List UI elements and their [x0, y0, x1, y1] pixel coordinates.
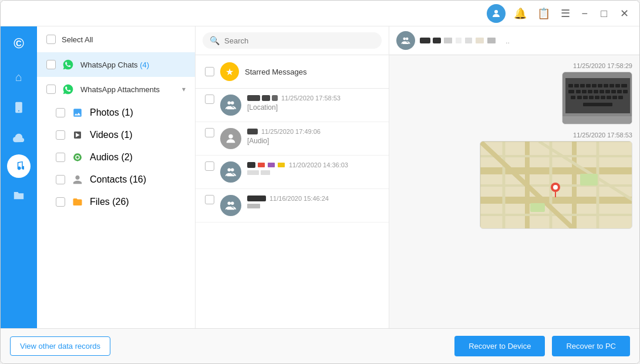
sidebar-item-music[interactable]	[7, 154, 31, 178]
preview-msg-2: 11/25/2020 17:58:53	[396, 132, 632, 229]
svg-rect-59	[530, 203, 545, 212]
category-whatsapp-attachments[interactable]: WhatsApp Attachments ▾	[37, 77, 195, 102]
svg-rect-37	[589, 96, 594, 99]
contacts-checkbox[interactable]	[56, 175, 65, 184]
svg-rect-20	[604, 84, 608, 87]
preview-avatar	[396, 31, 415, 50]
photos-checkbox[interactable]	[56, 108, 65, 117]
expand-arrow-icon[interactable]: ▾	[182, 85, 186, 93]
category-whatsapp-chats[interactable]: WhatsApp Chats (4)	[37, 52, 195, 77]
svg-point-61	[553, 185, 558, 190]
preview-panel: .. 11/25/2020 17:58:29	[389, 26, 639, 328]
title-bar: 🔔 📋 ☰ − □ ✕	[1, 1, 639, 26]
svg-rect-18	[592, 84, 597, 87]
videos-label: Videos (1)	[90, 130, 133, 140]
user-avatar-icon[interactable]	[487, 4, 506, 23]
sub-item-photos[interactable]: Photos (1)	[56, 102, 195, 124]
chat-4-checkbox[interactable]	[205, 195, 214, 204]
audios-checkbox[interactable]	[56, 153, 65, 162]
chat-3-avatar	[220, 161, 241, 183]
files-checkbox[interactable]	[56, 197, 65, 207]
chat-4-name-blocks	[247, 196, 266, 201]
svg-rect-36	[583, 96, 588, 99]
svg-rect-25	[576, 90, 581, 93]
minimize-button[interactable]: −	[578, 8, 592, 19]
svg-rect-58	[580, 174, 598, 186]
chat-2-time: 11/25/2020 17:49:06	[261, 128, 321, 135]
search-input[interactable]	[224, 36, 375, 45]
chat-item[interactable]: 11/25/2020 17:49:06 [Audio]	[196, 122, 389, 156]
chat-4-info: 11/16/2020 15:46:24	[247, 195, 379, 208]
msg-2-timestamp: 11/25/2020 17:58:53	[573, 132, 632, 139]
chat-item[interactable]: 11/20/2020 14:36:03	[196, 156, 389, 189]
svg-point-9	[231, 202, 234, 205]
select-all-checkbox[interactable]	[46, 35, 56, 44]
view-other-records-button[interactable]: View other data records	[10, 336, 110, 356]
sidebar-item-folder[interactable]	[5, 180, 33, 208]
app-logo: ©	[6, 31, 31, 56]
main-layout: © ⌂	[1, 26, 639, 328]
preview-header: ..	[389, 26, 639, 55]
sub-item-audios[interactable]: Audios (2)	[56, 146, 195, 168]
sub-items-list: Photos (1) Videos (1)	[37, 102, 195, 213]
chat-1-time: 11/25/2020 17:58:53	[281, 95, 341, 102]
videos-checkbox[interactable]	[56, 130, 65, 140]
chat-1-info: 11/25/2020 17:58:53 [Location]	[247, 95, 379, 112]
whatsapp-attachments-checkbox[interactable]	[46, 85, 56, 94]
svg-rect-27	[588, 90, 592, 93]
svg-rect-19	[598, 84, 602, 87]
svg-rect-14	[568, 84, 573, 87]
recover-to-device-button[interactable]: Recover to Device	[454, 336, 545, 356]
chat-2-checkbox[interactable]	[205, 128, 214, 137]
whatsapp-chats-label: WhatsApp Chats (4)	[80, 60, 149, 69]
audios-icon	[71, 151, 84, 164]
bottom-bar: View other data records Recover to Devic…	[1, 328, 639, 363]
svg-rect-26	[582, 90, 587, 93]
svg-point-5	[228, 134, 233, 139]
map-preview	[480, 141, 632, 229]
notification-icon[interactable]: 🔔	[511, 6, 529, 21]
recover-to-pc-button[interactable]: Recover to PC	[552, 336, 630, 356]
maximize-button[interactable]: □	[597, 8, 611, 19]
chat-item[interactable]: 11/25/2020 17:58:53 [Location]	[196, 89, 389, 122]
preview-msg-1: 11/25/2020 17:58:29	[396, 62, 632, 124]
close-button[interactable]: ✕	[617, 8, 632, 19]
whatsapp-chats-checkbox[interactable]	[46, 60, 56, 69]
svg-rect-34	[571, 96, 575, 99]
sub-item-contacts[interactable]: Contacts (16)	[56, 168, 195, 191]
svg-rect-39	[601, 96, 605, 99]
svg-rect-38	[595, 96, 599, 99]
svg-rect-40	[607, 96, 611, 99]
svg-rect-31	[611, 90, 616, 93]
sub-item-files[interactable]: Files (26)	[56, 191, 195, 213]
svg-rect-21	[609, 84, 614, 87]
svg-rect-16	[580, 84, 585, 87]
title-bar-controls: 🔔 📋 ☰ − □ ✕	[487, 4, 632, 23]
sidebar-item-home[interactable]: ⌂	[5, 63, 33, 91]
notes-icon[interactable]: 📋	[535, 6, 553, 21]
sidebar-item-phone[interactable]	[5, 93, 33, 122]
chat-3-checkbox[interactable]	[205, 161, 214, 171]
select-all-row[interactable]: Select All	[37, 26, 195, 52]
starred-label: Starred Messages	[245, 68, 307, 76]
chat-3-name-blocks	[247, 162, 285, 168]
svg-point-3	[228, 102, 231, 105]
svg-point-6	[228, 168, 231, 172]
starred-checkbox[interactable]	[205, 67, 214, 76]
chat-4-time: 11/16/2020 15:46:24	[270, 195, 329, 202]
svg-point-10	[403, 38, 406, 41]
photos-icon	[71, 106, 84, 119]
starred-messages-row[interactable]: ★ Starred Messages	[196, 55, 389, 89]
msg-1-image	[562, 72, 632, 124]
chat-item[interactable]: 11/16/2020 15:46:24	[196, 189, 389, 223]
search-input-wrap[interactable]: 🔍	[203, 32, 382, 49]
menu-icon[interactable]: ☰	[558, 6, 572, 21]
svg-rect-15	[574, 84, 579, 87]
sub-item-videos[interactable]: Videos (1)	[56, 124, 195, 146]
sidebar-item-cloud[interactable]	[5, 124, 33, 152]
chat-3-time: 11/20/2020 14:36:03	[289, 161, 348, 168]
chat-1-checkbox[interactable]	[205, 95, 214, 104]
search-bar: 🔍	[196, 26, 389, 55]
chat-4-name-row: 11/16/2020 15:46:24	[247, 195, 379, 202]
svg-rect-35	[577, 96, 582, 99]
